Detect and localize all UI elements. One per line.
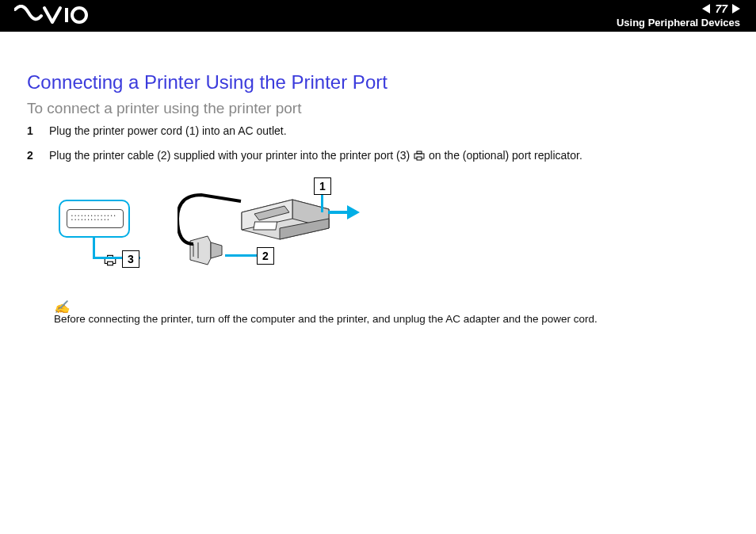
section-title: Using Peripheral Devices (617, 17, 740, 29)
steps-list: 1 Plug the printer power cord (1) into a… (27, 124, 729, 165)
page-title: Connecting a Printer Using the Printer P… (27, 71, 729, 93)
vaio-logo-svg (14, 5, 89, 25)
svg-point-1 (72, 8, 86, 22)
prev-page-arrow-icon[interactable] (702, 4, 710, 13)
printer (237, 189, 324, 235)
svg-rect-0 (65, 8, 68, 22)
svg-rect-10 (254, 222, 277, 230)
printer-port-icon (413, 150, 426, 165)
header-bar: 77 Using Peripheral Devices (0, 0, 756, 32)
svg-rect-7 (108, 261, 113, 265)
printer-port-icon (103, 254, 117, 269)
svg-rect-4 (417, 157, 422, 160)
callout-1: 1 (314, 177, 331, 195)
page-content: Connecting a Printer Using the Printer P… (0, 32, 756, 325)
note-text: Before connecting the printer, turn off … (54, 313, 598, 325)
page-subtitle: To connect a printer using the printer p… (27, 100, 729, 117)
next-page-arrow-icon[interactable] (732, 4, 740, 13)
svg-rect-3 (417, 151, 422, 154)
power-arrow-icon (347, 205, 360, 219)
step-number: 1 (27, 124, 38, 139)
step-text: Plug the printer power cord (1) into an … (49, 124, 287, 139)
step-2: 2 Plug the printer cable (2) supplied wi… (27, 148, 729, 165)
step-text: Plug the printer cable (2) supplied with… (49, 148, 582, 165)
note: ✍ Before connecting the printer, turn of… (54, 299, 729, 325)
vaio-logo (14, 5, 89, 25)
step-number: 2 (27, 148, 38, 165)
parallel-port: • • • • • • • • • • • • • • • • • • • • … (59, 200, 130, 238)
step-1: 1 Plug the printer power cord (1) into a… (27, 124, 729, 139)
page-number: 77 (715, 2, 727, 15)
page-nav: 77 (702, 2, 740, 15)
callout-3: 3 (122, 250, 139, 268)
connection-diagram: • • • • • • • • • • • • • • • • • • • • … (59, 177, 399, 288)
